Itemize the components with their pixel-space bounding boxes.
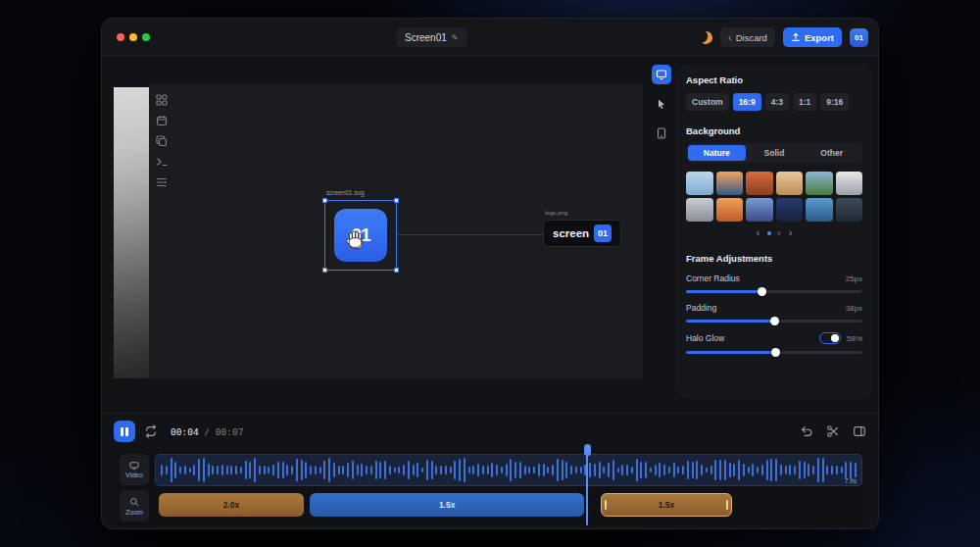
playhead-handle[interactable]: [584, 444, 591, 456]
time-total: 00:07: [216, 426, 244, 437]
selection-label: screen01.svg: [326, 189, 365, 196]
background-thumbnail-1[interactable]: [686, 172, 713, 195]
zoom-segment-2-0x-1[interactable]: 2.0x: [159, 493, 305, 517]
halo-glow-toggle[interactable]: [819, 332, 841, 344]
pause-button[interactable]: [114, 421, 135, 442]
canvas-toolbar: [156, 94, 168, 188]
background-tab-solid[interactable]: Solid: [746, 145, 804, 161]
project-title[interactable]: Screen01 ✎: [396, 27, 467, 47]
audio-waveform-track[interactable]: 7.9s: [155, 454, 862, 486]
background-thumbnails: [686, 172, 862, 222]
pager-dot-2[interactable]: [777, 231, 781, 235]
loop-icon[interactable]: [144, 424, 158, 438]
background-thumbnail-8[interactable]: [716, 198, 744, 222]
traffic-lights: [117, 33, 150, 41]
cursor-tool-button[interactable]: [652, 94, 671, 114]
tool-strip: [651, 65, 672, 143]
slider-value: 38px: [846, 304, 862, 313]
panel-toggle-icon[interactable]: [853, 424, 866, 438]
zoom-segment-1-5x-3[interactable]: 1.5x: [601, 493, 732, 517]
copy-icon[interactable]: [156, 135, 168, 147]
thumbnail-pager: ‹ ›: [686, 228, 862, 238]
zoom-segment-1-5x-2[interactable]: 1.5x: [310, 493, 584, 517]
background-thumbnail-7[interactable]: [686, 198, 713, 222]
pager-next-icon[interactable]: ›: [789, 228, 792, 238]
aspect-option-custom[interactable]: Custom: [686, 93, 729, 111]
background-tab-nature[interactable]: Nature: [688, 145, 746, 161]
slider-list: Corner Radius25pxPadding38pxHalo Glow58%: [686, 274, 862, 354]
resize-handle[interactable]: [394, 268, 399, 273]
app-window: Screen01 ✎ ‹ Discard Export 01: [101, 18, 879, 529]
frame-tool-button[interactable]: [652, 65, 671, 84]
background-thumbnail-2[interactable]: [716, 172, 744, 195]
corner-radius-slider-thumb[interactable]: [758, 287, 766, 296]
pager-dots: [767, 231, 781, 235]
background-tab-other[interactable]: Other: [803, 145, 860, 161]
discard-label: Discard: [736, 32, 767, 43]
waveform-bars: [161, 457, 857, 483]
zoom-button[interactable]: [142, 33, 150, 41]
aspect-option-9-16[interactable]: 9:16: [820, 93, 849, 111]
grid-icon[interactable]: [156, 94, 168, 106]
padding-slider-track[interactable]: [686, 320, 862, 323]
zoom-track-label[interactable]: Zoom: [120, 490, 149, 522]
list-settings-icon[interactable]: [156, 176, 168, 188]
discard-button[interactable]: ‹ Discard: [720, 27, 775, 47]
selection-box[interactable]: screen01.svg 01: [324, 200, 397, 271]
background-tabs: NatureSolidOther: [686, 143, 862, 163]
background-thumbnail-4[interactable]: [776, 172, 804, 195]
corner-radius-slider-track[interactable]: [686, 290, 862, 293]
undo-icon[interactable]: [800, 424, 813, 438]
close-button[interactable]: [117, 33, 124, 41]
background-thumbnail-6[interactable]: [836, 172, 863, 195]
connector-line: [398, 234, 543, 235]
settings-panel: Aspect Ratio Custom16:94:31:19:16 Backgr…: [675, 64, 873, 398]
time-current: 00:04: [171, 426, 199, 437]
transport-bar: 00:04 / 00:07: [114, 420, 866, 443]
slider-corner-radius: Corner Radius25px: [686, 274, 862, 293]
device-tool-button[interactable]: [652, 124, 671, 143]
aspect-option-16-9[interactable]: 16:9: [733, 93, 761, 111]
app-icon-01[interactable]: 01: [334, 209, 387, 262]
pager-prev-icon[interactable]: ‹: [757, 228, 760, 238]
time-display: 00:04 / 00:07: [171, 426, 243, 437]
slider-value: 58%: [847, 334, 862, 343]
slider-padding: Padding38px: [686, 303, 862, 323]
zoom-label-text: Zoom: [125, 509, 143, 516]
padding-slider-thumb[interactable]: [770, 317, 779, 325]
aspect-ratio-title: Aspect Ratio: [686, 75, 862, 85]
calendar-icon[interactable]: [156, 115, 168, 126]
video-track-label[interactable]: Video: [120, 454, 149, 485]
cut-scissors-icon[interactable]: [826, 424, 840, 438]
terminal-icon[interactable]: [156, 156, 168, 168]
slider-label: Padding: [686, 303, 716, 313]
halo-glow-slider-thumb[interactable]: [771, 348, 780, 357]
logo-wordmark: screen: [553, 227, 589, 239]
logo-layer[interactable]: logo.png screen 01: [543, 220, 621, 247]
background-thumbnail-5[interactable]: [806, 172, 833, 195]
background-thumbnail-11[interactable]: [806, 198, 833, 222]
zoom-track[interactable]: 2.0x1.5x1.5x: [155, 493, 862, 517]
halo-glow-slider-track[interactable]: [686, 351, 862, 354]
app-logo-badge[interactable]: 01: [850, 28, 868, 47]
background-thumbnail-3[interactable]: [746, 172, 773, 195]
background-thumbnail-10[interactable]: [776, 198, 804, 222]
pager-dot-1[interactable]: [767, 231, 771, 235]
resize-handle[interactable]: [322, 268, 327, 273]
aspect-option-1-1[interactable]: 1:1: [793, 93, 816, 111]
resize-handle[interactable]: [322, 198, 327, 203]
background-thumbnail-12[interactable]: [836, 198, 863, 222]
editor-canvas[interactable]: screen01.svg 01: [149, 84, 643, 378]
tracks-container: Video Zoom 7.9s 2.0x1.5x1.5x: [114, 449, 866, 525]
export-icon: [791, 32, 801, 42]
theme-toggle-moon-icon[interactable]: [699, 29, 715, 46]
hand-cursor-icon: [344, 228, 368, 252]
time-separator: /: [199, 426, 216, 437]
resize-handle[interactable]: [394, 198, 399, 203]
background-thumbnail-9[interactable]: [746, 198, 773, 222]
frame-adjustments-title: Frame Adjustments: [686, 253, 862, 264]
export-button[interactable]: Export: [783, 27, 842, 47]
minimize-button[interactable]: [129, 33, 137, 41]
aspect-option-4-3[interactable]: 4:3: [765, 93, 789, 111]
project-title-text: Screen01: [405, 32, 447, 43]
